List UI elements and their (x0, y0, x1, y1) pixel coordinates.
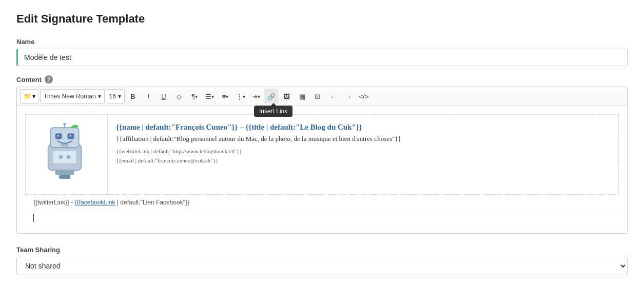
signature-content-cell: {{name | default:"François Cuneo"}} – {{… (108, 115, 619, 195)
team-sharing-label: Team Sharing (16, 246, 628, 254)
name-label: Name (16, 38, 628, 46)
italic-icon: I (147, 93, 149, 100)
align-button[interactable]: ☰ ▾ (203, 89, 217, 104)
redo-button[interactable]: → (341, 89, 356, 104)
svg-point-7 (63, 123, 66, 125)
content-help-icon[interactable]: ? (45, 75, 53, 84)
image-icon: 🖼 (283, 93, 290, 100)
code-icon: </> (359, 93, 369, 100)
facebook-link-var: {{facebookLink (75, 199, 115, 206)
svg-point-10 (59, 155, 63, 159)
underline-button[interactable]: U (157, 89, 171, 104)
strikethrough-button[interactable]: ◇ (172, 89, 186, 104)
font-size-selector[interactable]: 16 ▾ (106, 89, 125, 104)
font-family-selector[interactable]: Times New Roman ▾ (40, 89, 105, 104)
editor-wrapper: 📁 ▾ Times New Roman ▾ 16 ▾ B (16, 87, 628, 234)
list-bulleted-button[interactable]: ⋮ ▾ (233, 89, 248, 104)
team-sharing-section: Team Sharing Not shared Team Everyone (16, 246, 628, 275)
folder-chevron: ▾ (32, 93, 35, 100)
svg-point-11 (67, 155, 70, 159)
team-sharing-label-text: Team Sharing (16, 246, 60, 254)
font-size-chevron: ▾ (118, 93, 121, 100)
insert-table-button[interactable]: ▦ (295, 89, 309, 104)
underline-icon: U (161, 93, 166, 100)
svg-rect-4 (57, 135, 59, 137)
sig-links-row: {{twitterLink}} - {{facebookLink | defau… (25, 195, 619, 210)
list-bulleted-icon: ⋮ (236, 93, 243, 100)
insert-image-button[interactable]: 🖼 (280, 89, 294, 104)
signature-table: {{name | default:"François Cuneo"}} – {{… (25, 114, 619, 195)
font-family-value: Times New Roman (44, 93, 96, 100)
link-icon: 🔗 (267, 93, 276, 100)
bold-icon: B (130, 93, 135, 100)
paragraph-icon: ¶ (191, 93, 195, 100)
redo-icon: → (345, 93, 352, 100)
align-icon: ☰ (205, 93, 211, 100)
content-field-label: Content (16, 76, 42, 84)
name-field-label: Name (16, 38, 34, 46)
strikethrough-icon: ◇ (177, 93, 182, 100)
twitter-link-var: {{twitterLink}} (33, 199, 69, 206)
links-separator: - (71, 199, 74, 206)
sig-affiliation: {{affiliation | default:"Blog personnel … (116, 135, 610, 143)
svg-rect-5 (69, 135, 71, 137)
robot-logo (34, 123, 95, 184)
folder-button[interactable]: 📁 ▾ (20, 89, 39, 104)
paragraph-button[interactable]: ¶ ▾ (187, 89, 202, 104)
insert-link-button[interactable]: 🔗 (264, 89, 279, 104)
team-sharing-select[interactable]: Not shared Team Everyone (16, 257, 628, 275)
svg-rect-8 (61, 144, 69, 147)
undo-icon: ← (329, 93, 336, 100)
svg-rect-9 (53, 151, 76, 164)
special-char-button[interactable]: ⊡ (310, 89, 325, 104)
svg-rect-12 (55, 170, 74, 175)
content-label: Content ? (16, 75, 628, 84)
font-size-value: 16 (109, 93, 116, 100)
editor-cursor-line[interactable] (25, 210, 619, 225)
code-view-button[interactable]: </> (357, 89, 371, 104)
indent-button[interactable]: ⇥ ▾ (249, 89, 263, 104)
sig-email: {{email | default:"francois.cuneo@cuk.ch… (116, 156, 610, 166)
editor-toolbar: 📁 ▾ Times New Roman ▾ 16 ▾ B (17, 87, 627, 106)
facebook-default: default:"Lien Facebook"}} (120, 199, 189, 206)
list-numbered-button[interactable]: ≡ ▾ (218, 89, 232, 104)
sig-name-line: {{name | default:"François Cuneo"}} – {{… (116, 123, 610, 132)
table-icon: ▦ (299, 93, 305, 100)
link-button-container: 🔗 Insert Link (264, 89, 279, 104)
name-input[interactable] (16, 49, 628, 66)
sig-website: {{websiteLink | default:"http://www.lebl… (116, 147, 610, 156)
page-title: Edit Signature Template (16, 12, 628, 26)
special-char-icon: ⊡ (315, 93, 320, 100)
svg-rect-13 (59, 175, 70, 179)
indent-icon: ⇥ (252, 93, 258, 100)
italic-button[interactable]: I (141, 89, 155, 104)
font-family-chevron: ▾ (98, 93, 101, 100)
signature-logo-cell (26, 115, 108, 195)
editor-body[interactable]: {{name | default:"François Cuneo"}} – {{… (17, 106, 627, 233)
bold-button[interactable]: B (126, 89, 140, 104)
folder-icon: 📁 (24, 93, 31, 100)
text-cursor (33, 214, 34, 222)
list-numbered-icon: ≡ (222, 93, 226, 100)
undo-button[interactable]: ← (326, 89, 340, 104)
